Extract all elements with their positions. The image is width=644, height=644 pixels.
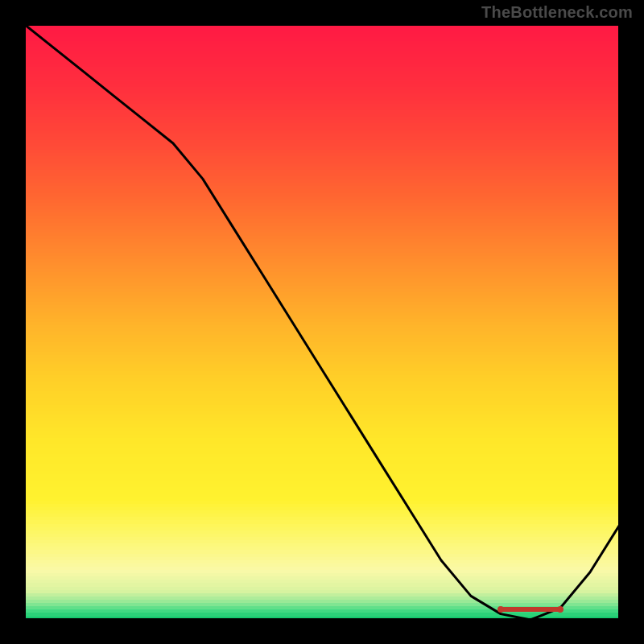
bottleneck-curve bbox=[24, 24, 620, 620]
canvas: TheBottleneck.com bbox=[0, 0, 644, 644]
optimal-range-end-icon bbox=[557, 606, 564, 613]
watermark-text: TheBottleneck.com bbox=[481, 3, 633, 22]
optimal-range-start-icon bbox=[497, 606, 504, 613]
plot-area bbox=[24, 24, 620, 620]
optimal-range-marker bbox=[501, 607, 560, 612]
